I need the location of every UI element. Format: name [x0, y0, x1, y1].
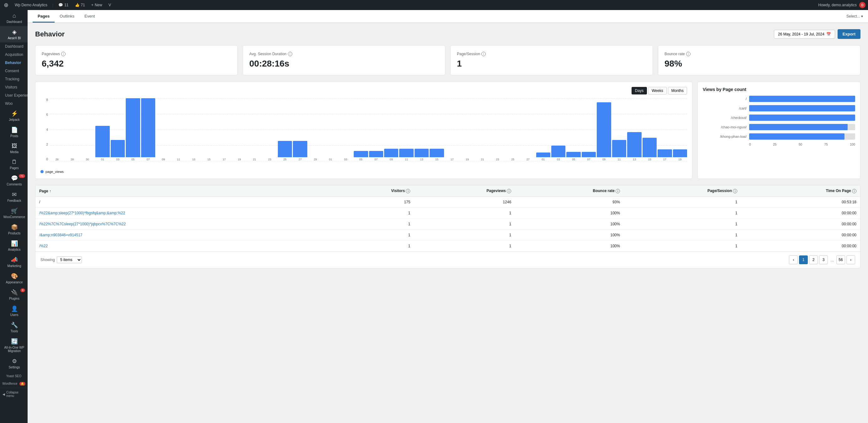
submenu-item-consent[interactable]: Consent: [0, 67, 28, 75]
page-link[interactable]: /%22: [39, 244, 48, 248]
pageviews-col-info-icon[interactable]: i: [507, 189, 511, 193]
bar[interactable]: [627, 132, 641, 157]
collapse-menu-btn[interactable]: ◀ Collapse menu: [0, 388, 28, 400]
bar[interactable]: [354, 151, 368, 157]
sidebar-item-tools[interactable]: 🔧 Tools: [0, 319, 28, 335]
sidebar-item-woocommerce[interactable]: 🛒 WooCommerce: [0, 205, 28, 221]
table-cell-time-on-page: 00:00:00: [741, 219, 860, 230]
pagination-prev-button[interactable]: ‹: [789, 255, 798, 264]
bar[interactable]: [658, 149, 672, 157]
new-item[interactable]: + New: [90, 3, 103, 7]
likes-item[interactable]: 👍 71: [74, 3, 86, 7]
pagination-page-button[interactable]: 3: [819, 255, 828, 264]
x-label: 19: [678, 158, 681, 161]
bar[interactable]: [95, 126, 110, 157]
bar-item: 21: [475, 98, 490, 161]
plus-icon: +: [91, 3, 93, 7]
submenu-item-behavior[interactable]: Behavior: [0, 59, 28, 67]
pagination-page-button[interactable]: 2: [809, 255, 818, 264]
showing-label: Showing: [40, 258, 55, 262]
submenu-item-woo[interactable]: Woo: [0, 100, 28, 108]
page-link[interactable]: /%22&amp;sleep(27*1000)*fbgsfq&amp;&amp;…: [39, 211, 125, 215]
sidebar-item-jetpack[interactable]: ⚡ Jetpack: [0, 108, 28, 124]
sidebar-item-posts[interactable]: 📄 Posts: [0, 124, 28, 140]
bar[interactable]: [673, 149, 687, 157]
bar[interactable]: [643, 138, 657, 158]
chart-btn-months[interactable]: Months: [668, 87, 687, 94]
stats-row: Pageviews i 6,342 Avg. Session Duration …: [35, 45, 861, 75]
tab-outlinks[interactable]: Outlinks: [55, 10, 79, 23]
submenu-item-visitors[interactable]: Visitors: [0, 83, 28, 91]
time-on-page-col-info-icon[interactable]: i: [852, 189, 857, 193]
sidebar-item-marketing[interactable]: 📣 Marketing: [0, 254, 28, 270]
bar[interactable]: [597, 102, 611, 157]
data-table: Page ↑ Visitors i Pageviews i: [35, 186, 860, 251]
sidebar-item-users[interactable]: 👤 Users: [0, 303, 28, 319]
sidebar-item-products[interactable]: 📦 Products: [0, 221, 28, 237]
export-button[interactable]: Export: [838, 29, 861, 39]
chart-btn-days[interactable]: Days: [631, 87, 647, 94]
bar[interactable]: [551, 146, 565, 158]
bar[interactable]: [536, 152, 550, 157]
plugin-icon-item[interactable]: V: [107, 3, 112, 7]
bar[interactable]: [384, 149, 398, 158]
bar-item: 03: [339, 98, 353, 161]
sidebar-item-plugins[interactable]: 🔌 Plugins 8: [0, 286, 28, 303]
visitors-info-icon[interactable]: i: [406, 189, 410, 193]
bar[interactable]: [612, 140, 626, 157]
sidebar-item-feedback[interactable]: ✉ Feedback: [0, 189, 28, 205]
bar[interactable]: [566, 152, 581, 158]
bar[interactable]: [582, 152, 596, 158]
pagination-next-button[interactable]: ›: [846, 255, 855, 264]
page-link[interactable]: /%22%7C%7Csleep(27*1000)*jqbpcv%7C%7C%22: [39, 222, 126, 226]
h-bar-track: [749, 105, 855, 111]
tab-event[interactable]: Event: [79, 10, 100, 23]
pagination-page-button[interactable]: 1: [799, 255, 808, 264]
page-link[interactable]: /&amp;n903846=v914517: [39, 233, 83, 237]
bar[interactable]: [293, 141, 307, 158]
wordfence-item[interactable]: Wordfence 🔔: [0, 380, 28, 388]
wp-logo-item[interactable]: ⊕: [2, 2, 10, 8]
page-session-col-info-icon[interactable]: i: [733, 189, 737, 193]
table-cell-page: /&amp;n903846=v914517: [35, 230, 331, 241]
select-dropdown[interactable]: Select... ▾: [846, 14, 863, 19]
sidebar-item-settings[interactable]: ⚙ Settings: [0, 355, 28, 371]
comments-item[interactable]: 💬 11: [57, 3, 70, 7]
sidebar-item-aesirx-bi[interactable]: ◈ AesirX BI: [0, 26, 28, 43]
yoast-seo-item[interactable]: Yoast SEO: [0, 371, 28, 380]
pageviews-info-icon[interactable]: i: [61, 52, 66, 56]
submenu-item-dashboard[interactable]: Dashboard: [0, 43, 28, 51]
bounce-rate-info-icon[interactable]: i: [686, 52, 690, 56]
page-session-label: Page/Session i: [457, 52, 646, 56]
avg-session-info-icon[interactable]: i: [288, 52, 292, 56]
sidebar-item-pages[interactable]: 🗒 Pages: [0, 156, 28, 172]
sidebar-item-comments[interactable]: 💬 Comments 71: [0, 172, 28, 189]
bar[interactable]: [126, 98, 140, 157]
bar[interactable]: [430, 149, 444, 158]
bar[interactable]: [399, 149, 413, 158]
sidebar-item-analytics[interactable]: 📊 Analytics: [0, 237, 28, 254]
bar[interactable]: [414, 149, 429, 158]
site-name-item[interactable]: Wp Demo Analytics: [13, 3, 49, 7]
chart-btn-weeks[interactable]: Weeks: [648, 87, 666, 94]
sidebar-item-dashboard[interactable]: ⌂ Dashboard: [0, 10, 28, 26]
submenu-item-user-experience[interactable]: User Experience: [0, 91, 28, 100]
submenu-item-acquisition[interactable]: Acquisition: [0, 51, 28, 59]
bar-item: 26: [50, 98, 64, 161]
select-label: Select...: [846, 14, 860, 19]
sidebar-item-all-in-one[interactable]: 🔄 All-In-One WP Migration: [0, 335, 28, 355]
page-session-info-icon[interactable]: i: [482, 52, 486, 56]
date-range-button[interactable]: 26 May, 2024 - 19 Jul, 2024 📅: [774, 30, 835, 38]
tab-pages[interactable]: Pages: [33, 10, 55, 23]
col-page-session: Page/Session i: [624, 186, 741, 197]
sidebar-item-appearance[interactable]: 🎨 Appearance: [0, 270, 28, 286]
sidebar-item-media[interactable]: 🖼 Media: [0, 140, 28, 156]
bar[interactable]: [369, 151, 383, 157]
items-per-page-select[interactable]: 5 items 10 items 25 items: [57, 256, 82, 263]
bar[interactable]: [111, 140, 125, 157]
bar[interactable]: [141, 98, 155, 157]
pagination-last-page-button[interactable]: 56: [836, 255, 845, 264]
bounce-rate-col-info-icon[interactable]: i: [616, 189, 620, 193]
submenu-item-tracking[interactable]: Tracking: [0, 75, 28, 83]
bar[interactable]: [278, 141, 292, 158]
